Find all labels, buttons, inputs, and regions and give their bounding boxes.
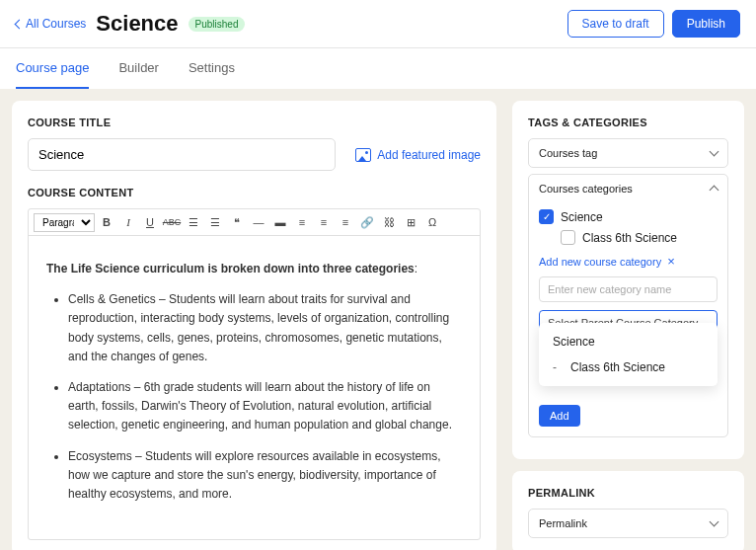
courses-categories-body: ✓ Science Class 6th Science Add new cour… (529, 202, 727, 436)
courses-tag-header[interactable]: Courses tag (529, 139, 727, 167)
back-to-courses-link[interactable]: All Courses (16, 17, 86, 31)
tab-settings[interactable]: Settings (189, 48, 235, 89)
tags-categories-label: TAGS & CATEGORIES (528, 117, 728, 128)
topbar-left: All Courses Science Published (16, 11, 245, 37)
courses-categories-label: Courses categories (539, 183, 633, 195)
content-item: Adaptations – 6th grade students will le… (68, 378, 462, 435)
image-icon (355, 148, 371, 162)
permalink-value: Permalink (539, 517, 587, 529)
align-center-button[interactable]: ≡ (314, 212, 334, 232)
chevron-left-icon (15, 19, 25, 29)
tab-course-page[interactable]: Course page (16, 48, 89, 89)
permalink-panel: PERMALINK Permalink (512, 471, 744, 550)
rich-text-editor: Paragraph B I U ABC ☰ ☰ ❝ — ▬ ≡ ≡ ≡ 🔗 ⛓ … (28, 208, 481, 540)
permalink-header[interactable]: Permalink (529, 510, 727, 537)
close-icon[interactable]: × (667, 254, 675, 269)
align-left-button[interactable]: ≡ (292, 212, 312, 232)
back-label: All Courses (26, 17, 86, 31)
editor-content[interactable]: The Life Science curriculum is broken do… (29, 236, 480, 539)
blockquote-button[interactable]: ❝ (227, 212, 247, 232)
courses-categories-header[interactable]: Courses categories (529, 175, 727, 202)
featured-image-label: Add featured image (377, 148, 481, 162)
top-bar: All Courses Science Published Save to dr… (0, 0, 756, 48)
status-badge: Published (189, 17, 246, 32)
content-item: Cells & Genetics – Students will learn a… (68, 290, 462, 366)
parent-category-dropdown: Science Class 6th Science (539, 323, 718, 386)
chevron-up-icon (710, 186, 719, 196)
courses-tag-accordion: Courses tag (528, 138, 728, 168)
add-featured-image-button[interactable]: Add featured image (355, 148, 481, 162)
bullet-list-button[interactable]: ☰ (184, 212, 203, 232)
checkbox-checked-icon[interactable]: ✓ (539, 209, 554, 224)
sidebar: TAGS & CATEGORIES Courses tag Courses ca… (512, 101, 744, 550)
tags-categories-panel: TAGS & CATEGORIES Courses tag Courses ca… (512, 101, 744, 459)
align-right-button[interactable]: ≡ (336, 212, 355, 232)
title-row: Add featured image (28, 138, 481, 171)
new-category-input[interactable] (539, 276, 718, 302)
unlink-button[interactable]: ⛓ (379, 212, 399, 232)
add-new-category-label: Add new course category (539, 256, 661, 268)
permalink-label: PERMALINK (528, 487, 728, 499)
course-content-label: COURSE CONTENT (28, 187, 481, 198)
course-title-label: COURSE TITLE (28, 117, 481, 128)
category-row-science[interactable]: ✓ Science (539, 206, 718, 227)
tab-bar: Course page Builder Settings (0, 48, 756, 89)
main-panel: COURSE TITLE Add featured image COURSE C… (12, 101, 496, 550)
category-row-class6th[interactable]: Class 6th Science (539, 227, 718, 248)
course-title-input[interactable] (28, 138, 336, 171)
table-button[interactable]: ⊞ (401, 212, 420, 232)
clear-button[interactable]: ▬ (270, 212, 290, 232)
checkbox-icon[interactable] (561, 230, 575, 245)
italic-button[interactable]: I (118, 212, 138, 232)
content-item: Ecosystems – Students will explore resou… (68, 447, 462, 505)
add-new-category-link[interactable]: Add new course category × (539, 254, 718, 269)
tab-builder[interactable]: Builder (118, 48, 158, 89)
courses-tag-label: Courses tag (539, 147, 597, 159)
intro-text: The Life Science curriculum is broken do… (46, 262, 415, 275)
topbar-right: Save to draft Publish (567, 10, 740, 38)
underline-button[interactable]: U (140, 212, 160, 232)
page-title: Science (96, 11, 178, 37)
format-select[interactable]: Paragraph (34, 213, 95, 232)
special-button[interactable]: Ω (422, 212, 442, 232)
permalink-accordion: Permalink (528, 509, 728, 538)
chevron-down-icon (710, 147, 719, 157)
add-category-button[interactable]: Add (539, 405, 580, 427)
category-label: Science (561, 210, 603, 224)
strikethrough-button[interactable]: ABC (162, 212, 182, 232)
save-to-draft-button[interactable]: Save to draft (567, 10, 664, 38)
chevron-down-icon (710, 517, 719, 527)
editor-toolbar: Paragraph B I U ABC ☰ ☰ ❝ — ▬ ≡ ≡ ≡ 🔗 ⛓ … (29, 209, 480, 236)
link-button[interactable]: 🔗 (357, 212, 377, 232)
numbered-list-button[interactable]: ☰ (205, 212, 225, 232)
dropdown-option-science[interactable]: Science (539, 329, 718, 354)
publish-button[interactable]: Publish (672, 10, 740, 38)
dropdown-option-class6th[interactable]: Class 6th Science (539, 354, 718, 380)
category-label: Class 6th Science (582, 231, 677, 245)
hr-button[interactable]: — (249, 212, 268, 232)
content-area: COURSE TITLE Add featured image COURSE C… (0, 89, 756, 550)
bold-button[interactable]: B (97, 212, 116, 232)
courses-categories-accordion: Courses categories ✓ Science Class 6th S… (528, 174, 728, 437)
